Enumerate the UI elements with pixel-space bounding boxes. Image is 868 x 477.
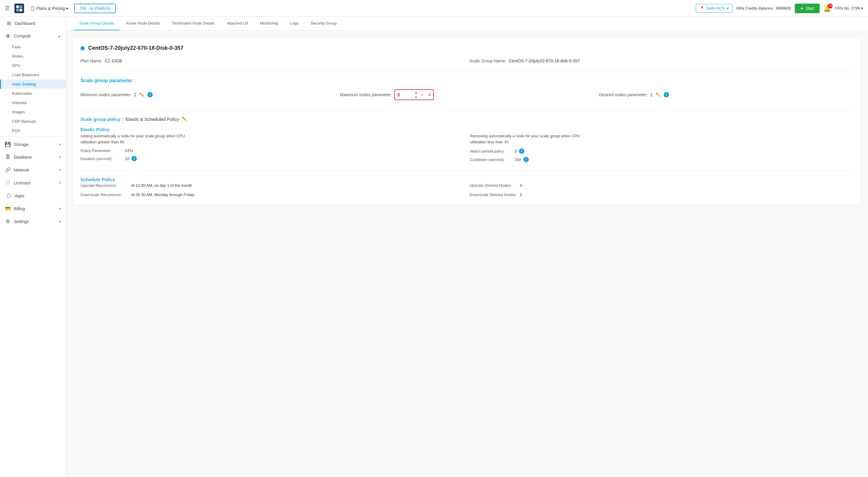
params-row: Minimum nodes parameter: 2 ✏️ i Maximum … (81, 89, 854, 100)
sidebar-item-network[interactable]: 🔗 Network ▾ (0, 163, 66, 176)
sidebar-item-faas[interactable]: Faas (0, 42, 66, 52)
desired-nodes-edit-button[interactable]: ✏️ (655, 92, 661, 98)
duration-info-button[interactable]: i (131, 156, 137, 161)
licenses-icon: 📄 (5, 180, 11, 185)
max-nodes-input[interactable] (395, 91, 413, 98)
sidebar: ⊞ Dashboard 🖥 Compute ▲ Faas Nodes GPU L… (0, 17, 66, 477)
policy-param-value: CPU (125, 148, 133, 153)
tab-content: CentOS-7-20july22-670-18-Disk-0-357 Plan… (66, 31, 868, 211)
sidebar-item-eqs[interactable]: EQS (0, 126, 66, 135)
scale-group-name-item: Scale Group Name: CentOS-7-20july22-670-… (469, 59, 854, 63)
sidebar-item-storage[interactable]: 💾 Storage ▾ (0, 138, 66, 151)
elastic-policy-grid: Adding automatically a node for your sca… (81, 133, 854, 162)
min-nodes-value: 2 (134, 92, 136, 97)
logo (14, 4, 24, 13)
sidebar-item-database[interactable]: 🗄 Database ▾ (0, 151, 66, 163)
location-icon: 📍 (700, 6, 705, 10)
settings-chevron-icon: ▾ (59, 219, 61, 224)
sidebar-item-dashboard[interactable]: ⊞ Dashboard (0, 17, 66, 30)
min-nodes-info-button[interactable]: i (147, 92, 153, 97)
cooldown-info-button[interactable]: i (523, 157, 529, 162)
downscale-recurrence-value: At 05:30 AM, Monday through Friday (131, 193, 194, 197)
policy-param-label: Policy Parameter: (81, 148, 122, 153)
svg-rect-0 (15, 4, 23, 12)
network-icon: 🔗 (5, 167, 11, 173)
max-nodes-confirm-button[interactable]: ✓ (419, 91, 426, 98)
tab-active-node-details[interactable]: Active Node Details (120, 17, 166, 30)
notifications-bell[interactable]: 🔔 29 (823, 5, 831, 12)
crn-selector[interactable]: CRN No. 2799 ▾ (834, 6, 863, 10)
sidebar-item-load-balancers[interactable]: Load Balancers (0, 70, 66, 79)
sidebar-item-volumes[interactable]: Volumes (0, 98, 66, 107)
elastic-add-desc: Adding automatically a node for your sca… (81, 133, 194, 145)
duration-label: Duration (second): (81, 157, 122, 161)
sidebar-item-images[interactable]: Images (0, 107, 66, 116)
elastic-remove-desc: Removing automatically a node for your s… (470, 133, 584, 145)
page-header: CentOS-7-20july22-670-18-Disk-0-357 (81, 45, 854, 51)
file-icon: 📋 (30, 6, 35, 11)
sidebar-item-licenses[interactable]: 📄 Licenses ▾ (0, 176, 66, 189)
sidebar-item-billing[interactable]: 💳 Billing ▾ (0, 202, 66, 215)
downscale-desired-value: 2 (520, 193, 522, 197)
schedule-policy-title: Schedule Policy (81, 177, 854, 182)
region-selector[interactable]: 📍 Delhi-NCR ▾ (696, 4, 733, 12)
sidebar-billing-label: Billing (14, 206, 25, 211)
sidebar-item-gpu[interactable]: GPU (0, 61, 66, 70)
status-dot (81, 46, 85, 50)
billing-chevron-icon: ▾ (59, 207, 61, 211)
start-button[interactable]: ✈ Start (795, 4, 820, 13)
desired-nodes-info-button[interactable]: i (663, 92, 669, 97)
sidebar-item-auto-scaling[interactable]: Auto Scaling (0, 79, 66, 89)
logo-icon (14, 4, 24, 13)
svg-rect-3 (16, 9, 19, 11)
sidebar-item-kubernetes[interactable]: Kubernetes (0, 89, 66, 98)
upscale-recurrence-value: At 12:00 AM, on day 1 of the month (131, 183, 192, 188)
max-nodes-cancel-button[interactable]: ✕ (426, 91, 433, 98)
min-nodes-edit-button[interactable]: ✏️ (139, 92, 145, 98)
max-nodes-label: Maximum nodes parameter: (340, 92, 392, 97)
sgp-edit-button[interactable]: ✏️ (181, 116, 188, 122)
tab-monitoring[interactable]: Monitoring (254, 17, 284, 30)
tab-scale-group-details[interactable]: Scale Group Details (73, 17, 120, 30)
downscale-recurrence-label: Downscale Recurrence: (81, 193, 128, 197)
max-nodes-input-group: ▲ ▼ ✓ ✕ (394, 89, 434, 100)
plan-name-label: Plan Name: (81, 59, 102, 63)
database-icon: 🗄 (5, 155, 11, 160)
plan-name-value: C2.10GB (105, 59, 122, 63)
plans-pricing-menu[interactable]: 📋 Plans & Pricing ▾ (28, 5, 70, 12)
svg-rect-1 (16, 5, 19, 8)
sidebar-item-apps[interactable]: ⬡ Apps (0, 189, 66, 202)
storage-chevron-icon: ▾ (59, 142, 61, 147)
sidebar-apps-label: Apps (15, 193, 24, 198)
elastic-policy-left: Adding automatically a node for your sca… (81, 133, 464, 162)
max-nodes-spin-down[interactable]: ▼ (413, 95, 419, 100)
sgp-title: Scale group policy : (81, 116, 123, 122)
tir-platform-button[interactable]: TIR - AI Platform (74, 4, 116, 13)
sidebar-item-cdp-backups[interactable]: CDP Backups (0, 116, 66, 126)
sidebar-item-settings[interactable]: ⚙ Settings ▾ (0, 215, 66, 228)
scale-group-policy-header: Scale group policy : Elastic & Scheduled… (81, 116, 854, 122)
cooldown-value: 150 (515, 158, 521, 162)
region-chevron-icon: ▾ (726, 6, 729, 10)
info-grid: Plan Name: C2.10GB Scale Group Name: Cen… (81, 59, 854, 63)
max-nodes-spin-up[interactable]: ▲ (413, 90, 419, 95)
sidebar-item-compute[interactable]: 🖥 Compute ▲ (0, 30, 66, 42)
licenses-chevron-icon: ▾ (59, 181, 61, 185)
divider-3 (81, 171, 854, 171)
sidebar-item-nodes[interactable]: Nodes (0, 52, 66, 61)
tab-security-group[interactable]: Security Group (305, 17, 343, 30)
apps-icon: ⬡ (6, 193, 12, 199)
tab-logs[interactable]: Logs (284, 17, 305, 30)
sidebar-compute-label: Compute (14, 34, 31, 38)
sgp-value: Elastic & Scheduled Policy (126, 116, 179, 122)
compute-icon: 🖥 (5, 33, 11, 39)
billing-icon: 💳 (5, 206, 11, 211)
tab-attached-lb[interactable]: Attached LB (221, 17, 254, 30)
hamburger-icon[interactable]: ☰ (5, 5, 10, 12)
watch-period-info-button[interactable]: i (519, 148, 524, 154)
desired-nodes-param: Desired nodes parameter: 2 ✏️ i (599, 92, 854, 98)
sidebar-network-label: Network (14, 168, 29, 172)
start-label: Start (806, 6, 814, 11)
scale-group-details-card: CentOS-7-20july22-670-18-Disk-0-357 Plan… (73, 38, 861, 204)
tab-terminated-node-details[interactable]: Terminated Node Details (166, 17, 221, 30)
